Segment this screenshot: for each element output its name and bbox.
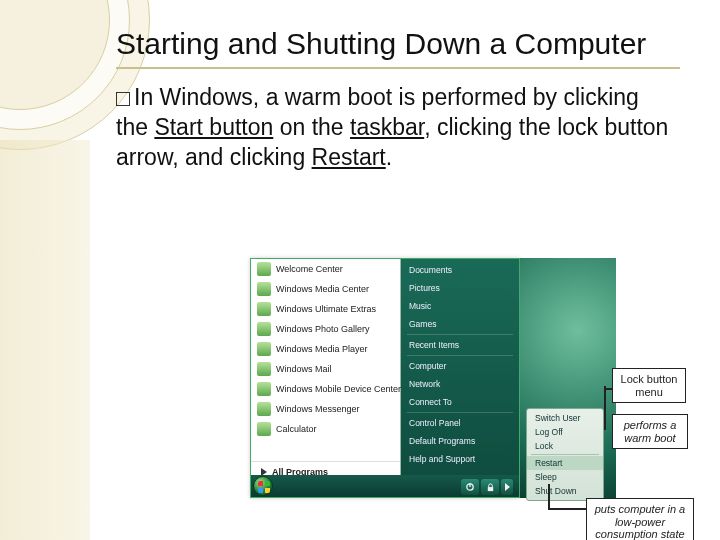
app-icon bbox=[257, 362, 271, 376]
slide-body: In Windows, a warm boot is performed by … bbox=[116, 83, 676, 173]
app-icon bbox=[257, 262, 271, 276]
start-menu-place[interactable]: Help and Support bbox=[401, 450, 519, 468]
callout-warm-boot: performs a warm boot bbox=[612, 414, 688, 449]
start-menu-place[interactable]: Default Programs bbox=[401, 432, 519, 450]
start-menu-item[interactable]: Windows Photo Gallery bbox=[251, 319, 400, 339]
start-menu-item[interactable]: Windows Mobile Device Center bbox=[251, 379, 400, 399]
app-icon bbox=[257, 342, 271, 356]
start-menu: Welcome Center Windows Media Center Wind… bbox=[250, 258, 520, 498]
start-menu-place[interactable]: Recent Items bbox=[401, 336, 519, 354]
callout-leader bbox=[604, 386, 606, 430]
callout-leader bbox=[550, 508, 586, 510]
start-menu-left-pane: Welcome Center Windows Media Center Wind… bbox=[251, 259, 401, 497]
lock-icon bbox=[486, 483, 495, 492]
flyout-item-switch-user[interactable]: Switch User bbox=[527, 411, 603, 425]
lock-button-arrow[interactable] bbox=[501, 479, 513, 495]
menu-separator bbox=[531, 454, 599, 455]
app-icon bbox=[257, 302, 271, 316]
app-icon bbox=[257, 422, 271, 436]
flyout-item-restart[interactable]: Restart bbox=[527, 456, 603, 470]
bullet-icon bbox=[116, 92, 130, 106]
start-menu-item[interactable]: Windows Mail bbox=[251, 359, 400, 379]
flyout-item-shut-down[interactable]: Shut Down bbox=[527, 484, 603, 498]
start-menu-item[interactable]: Windows Media Center bbox=[251, 279, 400, 299]
start-menu-item[interactable]: Calculator bbox=[251, 419, 400, 439]
start-menu-place[interactable]: Connect To bbox=[401, 393, 519, 411]
start-menu-right-pane: Documents Pictures Music Games Recent It… bbox=[401, 259, 519, 497]
lock-button-flyout-menu: Switch User Log Off Lock Restart Sleep S… bbox=[526, 408, 604, 501]
app-icon bbox=[257, 402, 271, 416]
app-icon bbox=[257, 282, 271, 296]
power-lock-area bbox=[461, 479, 513, 495]
start-menu-item[interactable]: Windows Media Player bbox=[251, 339, 400, 359]
chevron-right-icon bbox=[505, 483, 510, 491]
app-icon bbox=[257, 322, 271, 336]
flyout-item-lock[interactable]: Lock bbox=[527, 439, 603, 453]
start-orb-icon[interactable] bbox=[253, 476, 273, 496]
callout-low-power: puts computer in a low-power consumption… bbox=[586, 498, 694, 540]
start-menu-place[interactable]: Pictures bbox=[401, 279, 519, 297]
slide-title: Starting and Shutting Down a Computer bbox=[116, 26, 680, 61]
lock-button[interactable] bbox=[481, 479, 499, 495]
flyout-item-log-off[interactable]: Log Off bbox=[527, 425, 603, 439]
start-menu-place[interactable]: Network bbox=[401, 375, 519, 393]
start-menu-place[interactable]: Games bbox=[401, 315, 519, 333]
flyout-item-sleep[interactable]: Sleep bbox=[527, 470, 603, 484]
svg-rect-2 bbox=[487, 487, 492, 491]
start-menu-item[interactable]: Windows Messenger bbox=[251, 399, 400, 419]
start-menu-place[interactable]: Music bbox=[401, 297, 519, 315]
power-button[interactable] bbox=[461, 479, 479, 495]
start-menu-place[interactable]: Control Panel bbox=[401, 414, 519, 432]
callout-leader bbox=[548, 484, 550, 510]
power-icon bbox=[465, 482, 475, 492]
start-menu-place[interactable]: Documents bbox=[401, 261, 519, 279]
app-icon bbox=[257, 382, 271, 396]
start-menu-item[interactable]: Windows Ultimate Extras bbox=[251, 299, 400, 319]
callout-lock-menu: Lock button menu bbox=[612, 368, 686, 403]
title-underline bbox=[116, 67, 680, 69]
vista-start-menu-screenshot: Welcome Center Windows Media Center Wind… bbox=[250, 258, 690, 526]
start-menu-item[interactable]: Welcome Center bbox=[251, 259, 400, 279]
start-menu-place[interactable]: Computer bbox=[401, 357, 519, 375]
